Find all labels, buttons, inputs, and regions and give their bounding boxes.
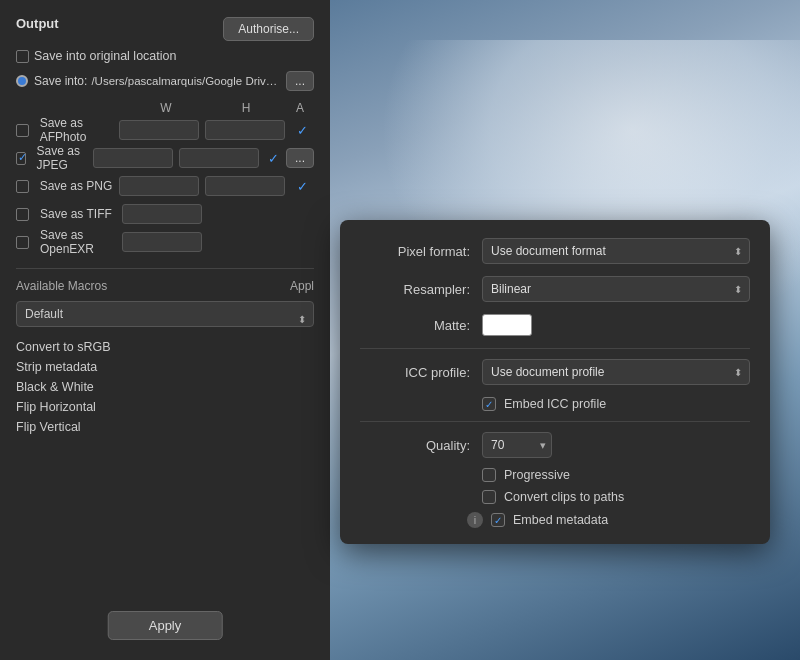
- afphoto-checkbox[interactable]: [16, 124, 29, 137]
- tiff-label: Save as TIFF: [40, 207, 122, 221]
- resampler-row: Resampler: Bilinear Bicubic Lanczos Near…: [360, 276, 750, 302]
- embed-icc-checkbox[interactable]: ✓: [482, 397, 496, 411]
- openexr-checkbox[interactable]: [16, 236, 29, 249]
- divider: [360, 348, 750, 349]
- png-h-input[interactable]: [205, 176, 285, 196]
- matte-label: Matte:: [360, 318, 470, 333]
- save-into-label: Save into:: [34, 74, 87, 88]
- pixel-format-select[interactable]: Use document format RGB CMYK Grayscale: [482, 238, 750, 264]
- progressive-checkbox[interactable]: [482, 468, 496, 482]
- tiff-checkbox[interactable]: [16, 208, 29, 221]
- embed-metadata-checkbox[interactable]: ✓: [491, 513, 505, 527]
- embed-icc-label: Embed ICC profile: [504, 397, 606, 411]
- icc-profile-select[interactable]: Use document profile sRGB Adobe RGB Disp…: [482, 359, 750, 385]
- output-title: Output: [16, 16, 59, 31]
- icc-profile-row: ICC profile: Use document profile sRGB A…: [360, 359, 750, 385]
- list-item[interactable]: Flip Vertical: [16, 417, 314, 437]
- jpeg-checkbox[interactable]: [16, 152, 26, 165]
- save-original-checkbox[interactable]: [16, 50, 29, 63]
- apply-button[interactable]: Apply: [108, 611, 223, 640]
- progressive-label: Progressive: [504, 468, 570, 482]
- apply-column-label: Appl: [290, 279, 314, 293]
- png-checkbox[interactable]: [16, 180, 29, 193]
- save-path: /Users/pascalmarquis/Google Drive/Transf…: [91, 75, 282, 87]
- png-alpha: ✓: [291, 179, 314, 194]
- convert-clips-checkbox[interactable]: [482, 490, 496, 504]
- jpeg-alpha: ✓: [265, 151, 282, 166]
- list-item[interactable]: Strip metadata: [16, 357, 314, 377]
- quality-select[interactable]: 10203040 50607080 90100: [482, 432, 552, 458]
- quality-dropdown-wrap: 10203040 50607080 90100: [482, 432, 552, 458]
- icc-profile-label: ICC profile:: [360, 365, 470, 380]
- col-a-header: A: [286, 101, 314, 115]
- list-item[interactable]: Black & White: [16, 377, 314, 397]
- info-icon: i: [467, 512, 483, 528]
- settings-panel: Pixel format: Use document format RGB CM…: [340, 220, 770, 544]
- jpeg-w-input[interactable]: [93, 148, 173, 168]
- jpeg-settings-button[interactable]: ...: [286, 148, 314, 168]
- afphoto-label: Save as AFPhoto: [40, 116, 119, 144]
- png-label: Save as PNG: [40, 179, 119, 193]
- table-row: Save as AFPhoto ✓: [16, 118, 314, 142]
- list-item[interactable]: Flip Horizontal: [16, 397, 314, 417]
- col-w-header: W: [126, 101, 206, 115]
- png-w-input[interactable]: [119, 176, 199, 196]
- afphoto-h-input[interactable]: [205, 120, 285, 140]
- save-into-radio[interactable]: [16, 75, 28, 87]
- jpeg-label: Save as JPEG: [37, 144, 94, 172]
- openexr-w-input[interactable]: [122, 232, 202, 252]
- icc-profile-dropdown-wrap: Use document profile sRGB Adobe RGB Disp…: [482, 359, 750, 385]
- resampler-label: Resampler:: [360, 282, 470, 297]
- pixel-format-row: Pixel format: Use document format RGB CM…: [360, 238, 750, 264]
- macros-dropdown[interactable]: Default: [16, 301, 314, 327]
- quality-row: Quality: 10203040 50607080 90100: [360, 432, 750, 458]
- matte-swatch[interactable]: [482, 314, 532, 336]
- tiff-w-input[interactable]: [122, 204, 202, 224]
- divider-2: [360, 421, 750, 422]
- macros-section: Available Macros Appl Default ⬍ Convert …: [16, 268, 314, 437]
- resampler-select[interactable]: Bilinear Bicubic Lanczos Nearest Neighbo…: [482, 276, 750, 302]
- embed-metadata-label: Embed metadata: [513, 513, 608, 527]
- matte-row: Matte:: [360, 314, 750, 336]
- col-h-header: H: [206, 101, 286, 115]
- list-item[interactable]: Convert to sRGB: [16, 337, 314, 357]
- main-panel: Output Authorise... Save into original l…: [0, 0, 330, 660]
- embed-icc-row: ✓ Embed ICC profile: [360, 397, 750, 411]
- table-row: Save as OpenEXR: [16, 230, 314, 254]
- pixel-format-label: Pixel format:: [360, 244, 470, 259]
- progressive-row: Progressive: [360, 468, 750, 482]
- afphoto-alpha: ✓: [291, 123, 314, 138]
- afphoto-w-input[interactable]: [119, 120, 199, 140]
- save-original-label: Save into original location: [34, 49, 176, 63]
- table-row: Save as TIFF: [16, 202, 314, 226]
- path-browse-button[interactable]: ...: [286, 71, 314, 91]
- resampler-dropdown-wrap: Bilinear Bicubic Lanczos Nearest Neighbo…: [482, 276, 750, 302]
- format-rows: Save as AFPhoto ✓ Save as JPEG ✓ ... Sav…: [16, 118, 314, 254]
- quality-label: Quality:: [360, 438, 470, 453]
- pixel-format-dropdown-wrap: Use document format RGB CMYK Grayscale: [482, 238, 750, 264]
- macros-title: Available Macros: [16, 279, 107, 293]
- embed-metadata-row: i ✓ Embed metadata: [360, 512, 750, 528]
- jpeg-h-input[interactable]: [179, 148, 259, 168]
- openexr-label: Save as OpenEXR: [40, 228, 122, 256]
- authorise-button[interactable]: Authorise...: [223, 17, 314, 41]
- convert-clips-label: Convert clips to paths: [504, 490, 624, 504]
- table-row: Save as PNG ✓: [16, 174, 314, 198]
- table-row: Save as JPEG ✓ ...: [16, 146, 314, 170]
- convert-clips-row: Convert clips to paths: [360, 490, 750, 504]
